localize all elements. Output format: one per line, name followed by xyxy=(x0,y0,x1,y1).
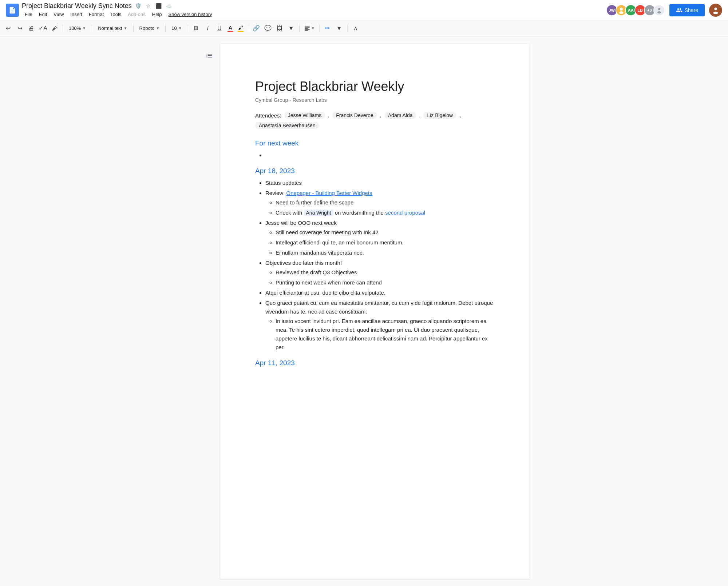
image-button[interactable]: 🖼 xyxy=(274,23,285,33)
attendee-chip-2[interactable]: Adam Alda xyxy=(384,112,416,119)
highlight-color-bar xyxy=(238,31,244,32)
svg-point-5 xyxy=(713,11,718,14)
list-item[interactable]: Review: Onepager - Building Better Widge… xyxy=(265,189,495,217)
attendee-sep-1: , xyxy=(380,112,381,118)
attendee-sep-0: , xyxy=(328,112,329,118)
underline-button[interactable]: U xyxy=(214,23,225,33)
document-area: Project Blackbriar Weekly Cymbal Group -… xyxy=(0,36,728,586)
document-title[interactable]: Project Blackbriar Weekly xyxy=(255,79,495,94)
list-item[interactable]: Punting to next week when more can atten… xyxy=(276,278,495,287)
svg-point-2 xyxy=(658,8,660,10)
attendee-sep-3: , xyxy=(459,112,461,118)
attendees-label: Attendees: xyxy=(255,112,281,119)
cloud-icon: ☁️ xyxy=(165,2,173,9)
align-button[interactable]: ▼ xyxy=(302,24,316,33)
svg-point-0 xyxy=(620,8,623,11)
list-item[interactable]: Ei nullam mandamus vituperata nec. xyxy=(276,248,495,257)
text-style-arrow: ▼ xyxy=(124,26,127,30)
sub-list: In iusto vocent invidunt pri. Eam ea anc… xyxy=(265,317,495,352)
paintformat-button[interactable]: 🖌 xyxy=(50,23,60,33)
list-item[interactable] xyxy=(265,151,495,160)
list-item[interactable]: Intellegat efficiendi qui te, an mei bon… xyxy=(276,238,495,247)
comment-button[interactable]: 💬 xyxy=(263,23,273,33)
sub-list: Reviewed the draft Q3 Objectives Punting… xyxy=(265,268,495,287)
edit-mode-button[interactable]: ✏ xyxy=(323,23,333,33)
avatar-anon[interactable] xyxy=(653,4,665,16)
menu-addons: Add-ons xyxy=(125,11,148,18)
undo-button[interactable]: ↩ xyxy=(3,23,13,33)
menu-format[interactable]: Format xyxy=(86,11,107,18)
star-icon[interactable]: ☆ xyxy=(145,2,152,9)
print-button[interactable]: 🖨 xyxy=(26,23,36,33)
sub-list: Need to further define the scope Check w… xyxy=(265,198,495,217)
doc-title-text[interactable]: Project Blackbriar Weekly Sync Notes xyxy=(22,2,132,10)
toolbar: ↩ ↪ 🖨 ✓A 🖌 100% ▼ Normal text ▼ Roboto ▼… xyxy=(0,20,728,36)
toolbar-divider-4 xyxy=(165,25,166,32)
folder-icon[interactable]: ⬛ xyxy=(155,2,162,9)
menu-view[interactable]: View xyxy=(51,11,67,18)
spellcheck-button[interactable]: ✓A xyxy=(38,23,48,33)
attendee-chip-1[interactable]: Francis Deveroe xyxy=(332,112,377,119)
zoom-select[interactable]: 100% ▼ xyxy=(66,24,89,32)
attendee-chip-4[interactable]: Anastasia Beaverhausen xyxy=(255,122,319,129)
document-subtitle: Cymbal Group - Research Labs xyxy=(255,97,495,103)
list-item[interactable]: Atqui efficiantur at usu, duo te cibo cl… xyxy=(265,288,495,297)
version-history-link[interactable]: Show version history xyxy=(169,12,212,17)
share-button[interactable]: Share xyxy=(669,4,705,16)
font-select[interactable]: Roboto ▼ xyxy=(136,24,163,32)
outline-icon[interactable] xyxy=(204,51,214,61)
list-item[interactable]: In iusto vocent invidunt pri. Eam ea anc… xyxy=(276,317,495,352)
menu-insert[interactable]: Insert xyxy=(67,11,85,18)
toolbar-divider-8 xyxy=(319,25,320,32)
list-item[interactable]: Need to further define the scope xyxy=(276,198,495,207)
section-1-list: Status updates Review: Onepager - Buildi… xyxy=(255,179,495,352)
svg-point-3 xyxy=(657,11,661,13)
edit-mode-dropdown[interactable]: ▼ xyxy=(334,23,344,33)
mention-aria-wright[interactable]: Aria Wright xyxy=(304,210,333,216)
menu-file[interactable]: File xyxy=(22,11,35,18)
section-heading-1: Apr 18, 2023 xyxy=(255,167,495,175)
list-item[interactable]: Reviewed the draft Q3 Objectives xyxy=(276,268,495,277)
bold-button[interactable]: B xyxy=(191,23,201,33)
link-button[interactable]: 🔗 xyxy=(251,23,261,33)
image-dropdown[interactable]: ▼ xyxy=(286,23,296,33)
section-heading-0: For next week xyxy=(255,139,495,147)
second-proposal-link[interactable]: second proposal xyxy=(385,210,425,216)
user-avatar[interactable] xyxy=(709,4,722,17)
redo-button[interactable]: ↪ xyxy=(15,23,25,33)
toolbar-divider-6 xyxy=(248,25,248,32)
toolbar-divider-9 xyxy=(347,25,348,32)
toolbar-divider-5 xyxy=(188,25,188,32)
attendee-chip-0[interactable]: Jesse Williams xyxy=(284,112,325,119)
shield-icon: 🛡️ xyxy=(135,2,142,9)
menu-tools[interactable]: Tools xyxy=(107,11,124,18)
list-item[interactable]: Still need coverage for meeting with Ink… xyxy=(276,228,495,237)
collapse-toolbar-button[interactable]: ∧ xyxy=(351,23,361,33)
font-arrow: ▼ xyxy=(156,26,159,30)
list-item[interactable]: Objectives due later this month! Reviewe… xyxy=(265,259,495,287)
text-color-button[interactable]: A xyxy=(226,24,235,33)
list-item[interactable]: Status updates xyxy=(265,179,495,187)
doc-title-row: Project Blackbriar Weekly Sync Notes 🛡️ … xyxy=(22,2,603,10)
italic-button[interactable]: I xyxy=(203,23,213,33)
highlight-color-button[interactable]: 🖌 xyxy=(236,24,245,33)
text-color-bar xyxy=(228,31,233,32)
svg-point-1 xyxy=(619,11,624,14)
zoom-arrow: ▼ xyxy=(82,26,86,30)
list-item[interactable]: Jesse will be OOO next week Still need c… xyxy=(265,219,495,257)
menu-edit[interactable]: Edit xyxy=(36,11,50,18)
fontsize-select[interactable]: 10 ▼ xyxy=(169,24,185,32)
doc-page: Project Blackbriar Weekly Cymbal Group -… xyxy=(220,44,530,579)
text-style-select[interactable]: Normal text ▼ xyxy=(95,24,130,32)
menu-help[interactable]: Help xyxy=(149,11,165,18)
menu-bar: File Edit View Insert Format Tools Add-o… xyxy=(22,11,603,18)
title-area: Project Blackbriar Weekly Sync Notes 🛡️ … xyxy=(22,2,603,18)
sidebar-left xyxy=(198,44,220,579)
attendee-chip-3[interactable]: Liz Bigelow xyxy=(423,112,456,119)
list-item[interactable]: Check with Aria Wright on wordsmithing t… xyxy=(276,208,495,217)
attendee-sep-2: , xyxy=(419,112,421,118)
sub-list: Still need coverage for meeting with Ink… xyxy=(265,228,495,257)
avatar-group: JW AA LB +3 xyxy=(606,4,665,16)
list-item[interactable]: Quo graeci putant cu, cum ea maiestatis … xyxy=(265,299,495,352)
onepager-link[interactable]: Onepager - Building Better Widgets xyxy=(286,190,372,196)
